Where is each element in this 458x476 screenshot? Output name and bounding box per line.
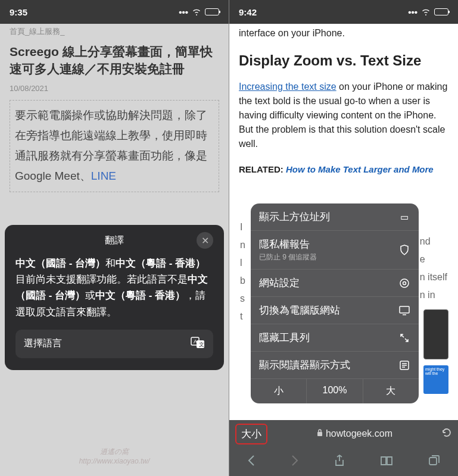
signal-icon: •••: [408, 7, 418, 17]
sheet-body: 中文（國語 - 台灣）和中文（粵語 - 香港）目前尚未支援翻譯功能。若此語言不是…: [15, 255, 213, 330]
status-time: 9:42: [239, 7, 257, 17]
wifi-icon: [192, 7, 201, 17]
battery-icon: [205, 8, 219, 15]
back-button[interactable]: [247, 455, 256, 469]
article-title: Screego 線上分享螢幕畫面，簡單快速可多人連線／不用安裝免註冊: [10, 39, 219, 82]
address-icon: ▭: [398, 212, 410, 223]
menu-website-settings[interactable]: 網站設定: [251, 270, 419, 297]
close-button[interactable]: ✕: [197, 232, 213, 249]
menu-show-reader[interactable]: 顯示閱讀器顯示方式: [251, 352, 419, 379]
obscured-text: I n l b s t: [239, 220, 245, 324]
phone-preview-image: [423, 309, 448, 359]
forward-button[interactable]: [291, 455, 299, 469]
zoom-larger-button[interactable]: 大: [363, 379, 419, 403]
reader-icon: [398, 361, 410, 370]
status-icons: •••: [408, 7, 448, 17]
reload-button[interactable]: [441, 427, 452, 441]
svg-point-4: [400, 279, 409, 287]
heading: Display Zoom vs. Text Size: [239, 49, 448, 77]
obscured-text-right: nd e n itself n in: [419, 234, 447, 302]
article-date: 10/08/2021: [10, 82, 219, 100]
phone-left: 9:35 ••• 首頁_線上服務_ Screego 線上分享螢幕畫面，簡單快速可…: [0, 0, 229, 476]
menu-show-top-address[interactable]: 顯示上方位址列 ▭: [251, 203, 419, 231]
text-size-link[interactable]: Increasing the text size: [239, 82, 337, 92]
status-icons: •••: [179, 7, 219, 17]
paragraph-trail: interface on your iPhone.: [239, 24, 448, 49]
zoom-controls: 小 100% 大: [251, 379, 419, 403]
webpage-content: interface on your iPhone. Display Zoom v…: [229, 24, 458, 174]
share-button[interactable]: [334, 454, 345, 470]
aa-button[interactable]: 大小: [235, 424, 267, 444]
translate-sheet: 翻譯 ✕ 中文（國語 - 台灣）和中文（粵語 - 香港）目前尚未支援翻譯功能。若…: [5, 225, 224, 370]
menu-hide-toolbar[interactable]: 隱藏工具列: [251, 324, 419, 352]
menu-request-desktop[interactable]: 切換為電腦版網站: [251, 297, 419, 324]
related-link[interactable]: How to Make Text Larger and More: [286, 164, 434, 174]
svg-rect-8: [317, 432, 322, 436]
svg-rect-9: [429, 458, 437, 465]
gear-icon: [398, 278, 410, 289]
breadcrumb: 首頁_線上服務_: [10, 24, 219, 39]
shield-icon: [398, 245, 410, 255]
status-bar: 9:42 •••: [229, 0, 458, 24]
url-display[interactable]: howtogeek.com: [272, 428, 437, 439]
sheet-title: 翻譯: [105, 235, 124, 245]
battery-icon: [434, 8, 448, 15]
svg-point-5: [403, 281, 406, 284]
select-language-button[interactable]: 選擇語言 A文: [15, 330, 213, 358]
status-bar: 9:35 •••: [0, 0, 229, 24]
svg-text:文: 文: [199, 342, 204, 347]
svg-text:A: A: [194, 339, 197, 345]
zoom-smaller-button[interactable]: 小: [251, 379, 307, 403]
bottom-toolbar: [229, 447, 458, 476]
paragraph: Increasing the text size on your iPhone …: [239, 77, 448, 159]
signal-icon: •••: [179, 7, 188, 17]
lock-icon: [316, 428, 323, 439]
phone-preview-tip: might they will the: [423, 365, 448, 394]
status-time: 9:35: [10, 7, 27, 17]
bookmarks-button[interactable]: [380, 455, 393, 469]
related-row: RELATED: How to Make Text Larger and Mor…: [239, 159, 448, 174]
address-bar: 大小 howtogeek.com: [229, 420, 458, 447]
watermark: 逍遙の窩 http://www.xiaoyao.tw/: [79, 447, 150, 465]
translate-icon: A文: [191, 337, 205, 351]
article-body: 要示範電腦操作或協助解決問題，除了在旁指導也能遠端線上教學，使用即時通訊服務就有…: [10, 100, 219, 192]
close-icon: ✕: [201, 235, 209, 246]
desktop-icon: [398, 306, 410, 315]
aa-menu-popup: 顯示上方位址列 ▭ 隱私權報告 已防止 9 個追蹤器 網站設定 切換為電腦版網站: [251, 203, 419, 403]
wifi-icon: [421, 7, 431, 17]
menu-privacy-report[interactable]: 隱私權報告 已防止 9 個追蹤器: [251, 231, 419, 270]
link-line[interactable]: LINE: [91, 170, 116, 182]
expand-icon: [398, 333, 410, 343]
tabs-button[interactable]: [428, 455, 440, 469]
select-language-label: 選擇語言: [24, 337, 62, 350]
zoom-value[interactable]: 100%: [307, 379, 363, 403]
phone-right: 9:42 ••• interface on your iPhone. Displ…: [229, 0, 458, 476]
svg-rect-6: [400, 306, 409, 313]
